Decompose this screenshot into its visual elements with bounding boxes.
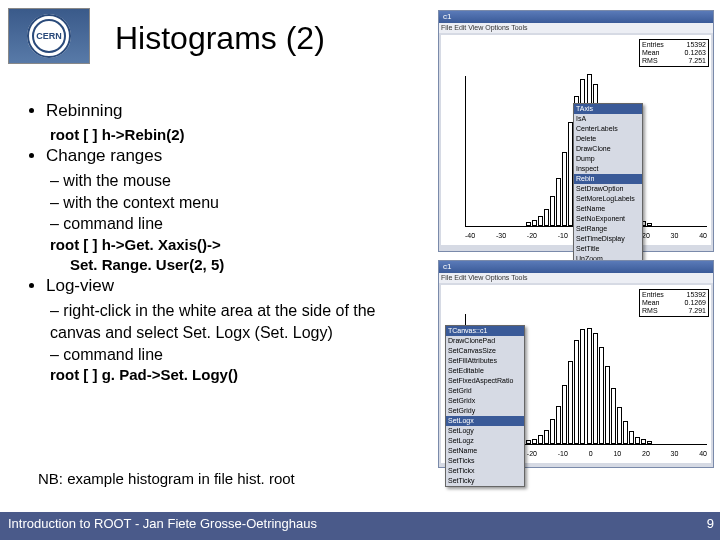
context-menu-item[interactable]: SetEditable: [446, 366, 524, 376]
context-menu-item[interactable]: SetTicks: [446, 456, 524, 466]
tick-label: 20: [642, 232, 650, 239]
context-menu-item[interactable]: CenterLabels: [574, 124, 642, 134]
titlebar[interactable]: c1: [439, 11, 713, 23]
histogram-bar: [532, 220, 537, 226]
sub-context-menu: – with the context menu: [50, 192, 408, 214]
tick-label: -20: [527, 450, 537, 457]
context-menu-item[interactable]: SetGrid: [446, 386, 524, 396]
stat-box: Entries15392 Mean0.1269 RMS7.291: [639, 289, 709, 317]
stat-entries-label: Entries: [642, 291, 664, 299]
context-menu-item[interactable]: SetLogz: [446, 436, 524, 446]
context-menu-item-selected[interactable]: SetLogx: [446, 416, 524, 426]
root-canvas[interactable]: Entries15392 Mean0.1263 RMS7.251 -40-30-…: [441, 35, 711, 245]
context-menu-item[interactable]: DrawClonePad: [446, 336, 524, 346]
context-menu-item[interactable]: SetTitle: [574, 244, 642, 254]
bullet-rebinning: Rebinning: [46, 100, 408, 123]
slide-body: Rebinning root [ ] h->Rebin(2) Change ra…: [28, 100, 408, 385]
stat-entries-value: 15392: [687, 41, 706, 49]
histogram-bar: [538, 435, 543, 444]
context-menu-item[interactable]: SetFixedAspectRatio: [446, 376, 524, 386]
stat-mean-value: 0.1263: [685, 49, 706, 57]
histogram-bar: [532, 439, 537, 444]
histogram-bar: [623, 421, 628, 444]
stat-rms-value: 7.251: [688, 57, 706, 65]
context-menu-item[interactable]: SetNoExponent: [574, 214, 642, 224]
footer-author: Introduction to ROOT - Jan Fiete Grosse-…: [8, 516, 317, 540]
histogram-bar: [617, 407, 622, 444]
context-menu-item[interactable]: SetTickx: [446, 466, 524, 476]
context-menu-item[interactable]: SetFillAttributes: [446, 356, 524, 366]
sub-context-text: with the context menu: [63, 194, 219, 211]
context-menu-item[interactable]: SetTicky: [446, 476, 524, 486]
context-menu-item[interactable]: SetRange: [574, 224, 642, 234]
context-menu-header: TCanvas::c1: [446, 326, 524, 336]
tick-label: 30: [671, 450, 679, 457]
tick-label: 40: [699, 232, 707, 239]
histogram-bar: [599, 347, 604, 444]
tick-label: 10: [613, 450, 621, 457]
tick-label: -10: [558, 232, 568, 239]
context-menu-item[interactable]: DrawClone: [574, 144, 642, 154]
root-canvas[interactable]: Entries15392 Mean0.1269 RMS7.291 -40-30-…: [441, 285, 711, 463]
context-menu-item[interactable]: SetName: [574, 204, 642, 214]
code-setrange: Set. Range. User(2, 5): [28, 255, 408, 275]
tick-label: -30: [496, 232, 506, 239]
stat-entries-value: 15392: [687, 291, 706, 299]
slide-footer: Introduction to ROOT - Jan Fiete Grosse-…: [0, 512, 720, 540]
sub-rightclick: – right-click in the white area at the s…: [50, 300, 408, 343]
code-getxaxis: root [ ] h->Get. Xaxis()->: [28, 235, 408, 255]
root-window-bottom: c1 File Edit View Options Tools Entries1…: [438, 260, 714, 468]
sub-rightclick-text: right-click in the white area at the sid…: [50, 302, 376, 341]
context-menu-item[interactable]: SetGridy: [446, 406, 524, 416]
context-menu-taxis[interactable]: TAxisIsACenterLabelsDeleteDrawCloneDumpI…: [573, 103, 643, 265]
note-text: NB: example histogram in file hist. root: [38, 470, 295, 487]
histogram-bar: [562, 385, 567, 444]
stat-mean-value: 0.1269: [685, 299, 706, 307]
tick-label: -40: [465, 232, 475, 239]
tick-label: 0: [589, 450, 593, 457]
context-menu-item[interactable]: SetCanvasSize: [446, 346, 524, 356]
code-setlogy: root [ ] g. Pad->Set. Logy(): [28, 365, 408, 385]
histogram-bar: [611, 388, 616, 444]
histogram-bar: [550, 196, 555, 226]
histogram-bar: [635, 437, 640, 444]
histogram-bar: [629, 431, 634, 444]
tick-label: -20: [527, 232, 537, 239]
sub-cmdline2: – command line: [50, 344, 408, 366]
context-menu-item[interactable]: SetTimeDisplay: [574, 234, 642, 244]
context-menu-item[interactable]: Delete: [574, 134, 642, 144]
bullet-logview: Log-view: [46, 275, 408, 298]
slide-title: Histograms (2): [115, 20, 325, 57]
context-menu-item[interactable]: SetGridx: [446, 396, 524, 406]
context-menu-item-selected[interactable]: Rebin: [574, 174, 642, 184]
histogram-bar: [647, 223, 652, 226]
menubar[interactable]: File Edit View Options Tools: [439, 23, 713, 33]
context-menu-item[interactable]: Inspect: [574, 164, 642, 174]
titlebar[interactable]: c1: [439, 261, 713, 273]
root-window-top: c1 File Edit View Options Tools Entries1…: [438, 10, 714, 252]
histogram-bar: [550, 419, 555, 444]
histogram-bar: [544, 430, 549, 444]
histogram-bar: [526, 440, 531, 444]
menubar[interactable]: File Edit View Options Tools: [439, 273, 713, 283]
sub-cmdline2-text: command line: [63, 346, 163, 363]
cern-logo: CERN: [8, 8, 90, 64]
histogram-bar: [647, 441, 652, 444]
sub-cmdline-text: command line: [63, 215, 163, 232]
context-menu-item[interactable]: SetLogy: [446, 426, 524, 436]
stat-box: Entries15392 Mean0.1263 RMS7.251: [639, 39, 709, 67]
sub-cmdline: – command line: [50, 213, 408, 235]
code-rebin: root [ ] h->Rebin(2): [28, 125, 408, 145]
context-menu-item[interactable]: IsA: [574, 114, 642, 124]
footer-page-number: 9: [707, 516, 714, 540]
tick-label: -10: [558, 450, 568, 457]
context-menu-item[interactable]: SetName: [446, 446, 524, 456]
histogram-bar: [574, 340, 579, 444]
context-menu-tcanvas[interactable]: TCanvas::c1DrawClonePadSetCanvasSizeSetF…: [445, 325, 525, 487]
context-menu-item[interactable]: SetMoreLogLabels: [574, 194, 642, 204]
cern-logo-text: CERN: [27, 14, 71, 58]
context-menu-item[interactable]: Dump: [574, 154, 642, 164]
tick-label: 20: [642, 450, 650, 457]
context-menu-item[interactable]: SetDrawOption: [574, 184, 642, 194]
tick-label: 40: [699, 450, 707, 457]
